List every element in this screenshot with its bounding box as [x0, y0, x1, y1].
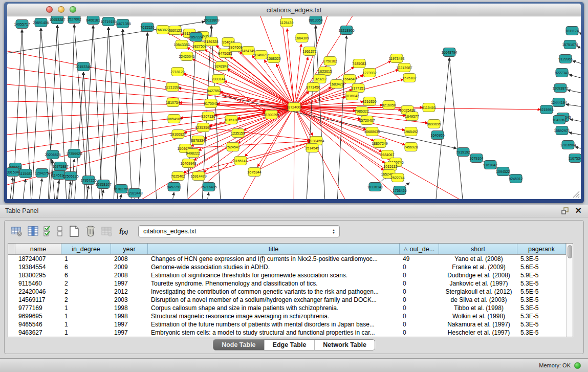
graph-node[interactable]: 7485083: [352, 59, 366, 68]
graph-node[interactable]: 22420046: [179, 52, 194, 61]
table-row[interactable]: 911546021997Tourette syndrome. Phenomeno…: [8, 279, 566, 288]
graph-node[interactable]: 1015132: [383, 162, 397, 171]
table-row[interactable]: 1872400712008Changes of HCN gene express…: [8, 255, 566, 263]
graph-node[interactable]: 2867608: [228, 43, 242, 52]
graph-node[interactable]: 15720407: [359, 116, 375, 125]
graph-node[interactable]: 2718120: [170, 68, 184, 76]
minimize-window-button[interactable]: [58, 6, 64, 13]
graph-node[interactable]: 10688639: [364, 127, 380, 136]
column-header-pagerank[interactable]: pagerank: [517, 244, 566, 254]
column-header-name[interactable]: name: [15, 244, 61, 254]
graph-node[interactable]: 1043262: [552, 116, 566, 124]
graph-node[interactable]: 8813054: [309, 16, 322, 25]
graph-node[interactable]: 16914479: [190, 172, 206, 181]
column-header-short[interactable]: short: [439, 244, 517, 254]
graph-node[interactable]: 17016504: [560, 141, 576, 149]
graph-node[interactable]: 391594: [7, 168, 19, 177]
graph-node[interactable]: 1204275: [35, 169, 49, 178]
network-window-titlebar[interactable]: citations_edges.txt: [7, 4, 581, 16]
graph-node[interactable]: 17957255: [80, 176, 96, 185]
graph-node[interactable]: 1527602: [67, 16, 81, 24]
graph-node[interactable]: 8660123: [168, 26, 182, 35]
graph-node[interactable]: 1815138: [224, 116, 238, 124]
graph-node[interactable]: 18724007: [286, 103, 302, 112]
graph-node[interactable]: 10719155: [100, 17, 116, 26]
graph-node[interactable]: 1167534: [569, 154, 581, 163]
graph-node[interactable]: 10653287: [49, 16, 65, 24]
graph-node[interactable]: 1568520: [267, 54, 280, 63]
graph-node[interactable]: 12213987: [396, 63, 412, 72]
vertical-scrollbar[interactable]: [566, 244, 573, 337]
graph-node[interactable]: 9245012: [509, 174, 522, 183]
graph-node[interactable]: 1640955: [430, 131, 444, 140]
graph-node[interactable]: 14671358: [115, 19, 130, 28]
graph-node[interactable]: 12505135: [62, 172, 78, 181]
graph-node[interactable]: 7456928: [404, 143, 418, 151]
graph-node[interactable]: 9215953: [539, 105, 553, 114]
graph-node[interactable]: 7986322: [355, 107, 368, 116]
graph-node[interactable]: 1125439: [280, 18, 294, 27]
graph-node[interactable]: 12353594: [195, 123, 211, 132]
graph-node[interactable]: 8427552: [207, 86, 221, 95]
graph-node[interactable]: 8186328: [204, 37, 218, 46]
graph-node[interactable]: 6466161: [86, 16, 100, 25]
select-column-icon[interactable]: [26, 224, 40, 238]
table-row[interactable]: 1938455462009Genome-wide association stu…: [8, 263, 566, 271]
graph-node[interactable]: 9771456: [306, 83, 320, 92]
graph-node[interactable]: 1811174: [565, 27, 579, 35]
graph-node[interactable]: 7663822: [156, 26, 169, 34]
graph-node[interactable]: 9129966: [558, 55, 572, 63]
new-table-icon[interactable]: [67, 224, 81, 238]
graph-node[interactable]: 15716485: [201, 183, 216, 191]
graph-node[interactable]: 10975887: [52, 162, 68, 171]
graph-node[interactable]: 12213393: [164, 83, 180, 92]
graph-node[interactable]: 8216050: [382, 101, 396, 110]
tab-edge-table[interactable]: Edge Table: [264, 340, 315, 350]
graph-node[interactable]: 1753426: [393, 186, 406, 195]
graph-node[interactable]: 11973493: [389, 54, 405, 63]
graph-node[interactable]: 8216350: [362, 97, 376, 106]
graph-node[interactable]: 9227343: [555, 69, 569, 77]
graph-node[interactable]: 10543382: [173, 40, 189, 49]
table-row[interactable]: 2242004622012Investigating the contribut…: [8, 288, 566, 296]
graph-node[interactable]: 1514545: [305, 144, 319, 152]
graph-node[interactable]: 1094522: [496, 167, 510, 176]
graph-node[interactable]: 20206576: [45, 150, 60, 159]
hide-columns-icon[interactable]: [55, 224, 65, 238]
graph-node[interactable]: 8878334: [191, 136, 205, 145]
graph-node[interactable]: 1679104: [469, 154, 483, 163]
graph-node[interactable]: 9699695: [427, 120, 441, 128]
graph-node[interactable]: 9498222: [186, 149, 200, 158]
table-row[interactable]: 946362711997Embryonic stem cells: a mode…: [8, 329, 566, 337]
graph-node[interactable]: 10654985: [166, 115, 182, 123]
table-row[interactable]: 1830029562008Estimation of significance …: [8, 271, 566, 279]
graph-node[interactable]: 2803144: [211, 75, 225, 83]
table-row[interactable]: 969969511998Structural magnetic resonanc…: [8, 312, 566, 320]
graph-node[interactable]: 1115682: [19, 169, 32, 178]
graph-node[interactable]: 9161042: [483, 161, 497, 169]
graph-node[interactable]: 1323217: [313, 75, 326, 83]
close-panel-icon[interactable]: ✕: [575, 207, 582, 215]
graph-node[interactable]: 16033809: [203, 16, 219, 25]
graph-node[interactable]: 2522744: [390, 173, 404, 182]
column-header-in_degree[interactable]: in_degree: [61, 244, 111, 254]
graph-node[interactable]: 15892971: [554, 126, 570, 135]
delete-column-icon[interactable]: [83, 224, 98, 238]
graph-node[interactable]: 20153346: [75, 62, 91, 71]
table-selector[interactable]: citations_edges.txt ▲▼: [138, 225, 340, 237]
graph-node[interactable]: 16409948: [180, 159, 196, 168]
tab-node-table[interactable]: Node Table: [213, 340, 264, 350]
graph-node[interactable]: 1235159: [231, 129, 245, 138]
graph-node[interactable]: 15751074: [562, 40, 578, 49]
close-window-button[interactable]: [46, 6, 53, 13]
graph-node[interactable]: 9242848: [214, 62, 228, 71]
graph-node[interactable]: 9684067: [380, 150, 394, 159]
graph-node[interactable]: 9115460: [422, 103, 436, 112]
graph-node[interactable]: 9457791: [167, 183, 181, 191]
show-columns-icon[interactable]: [42, 224, 53, 238]
graph-node[interactable]: 1810754: [166, 98, 180, 107]
graph-node[interactable]: 8177151: [351, 84, 365, 93]
table-row[interactable]: 1456911722003Disruption of a novel membe…: [8, 296, 566, 304]
column-header-out_de[interactable]: △out_de...: [400, 244, 439, 254]
graph-node[interactable]: 18807249: [372, 139, 387, 148]
